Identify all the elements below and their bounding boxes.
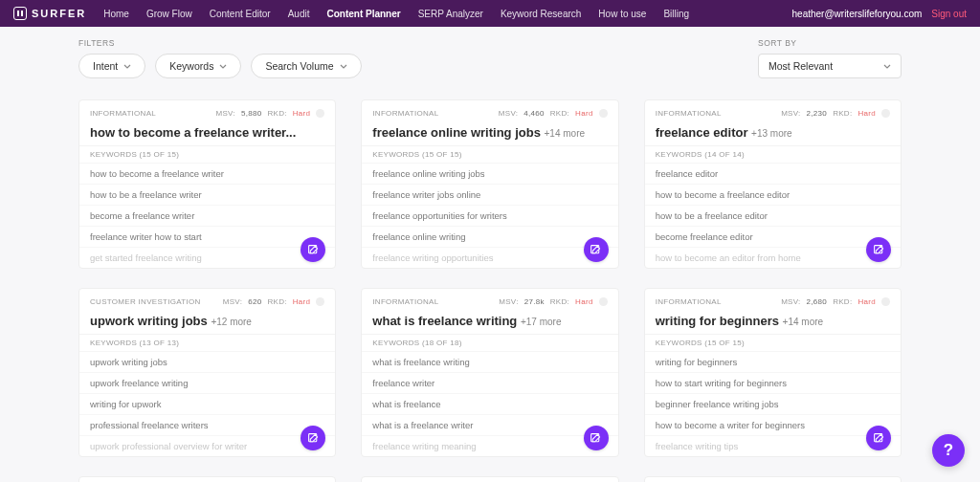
create-content-button[interactable] bbox=[584, 426, 609, 450]
nav-link-serp-analyzer[interactable]: SERP Analyzer bbox=[418, 9, 483, 19]
keyword-row[interactable]: become freelance editor bbox=[645, 226, 901, 247]
info-icon[interactable] bbox=[881, 109, 890, 118]
info-icon[interactable] bbox=[316, 297, 324, 306]
keyword-row[interactable]: what is freelance bbox=[362, 393, 617, 414]
keyword-row[interactable]: freelance writing meaning bbox=[362, 435, 617, 456]
cluster-card[interactable]: INFORMATIONALMSV: 27.8k RKD: Hard what i… bbox=[361, 288, 618, 457]
nav-link-content-editor[interactable]: Content Editor bbox=[210, 9, 271, 19]
help-button[interactable]: ? bbox=[932, 434, 965, 467]
sort-select[interactable]: Most Relevant bbox=[758, 54, 902, 78]
cluster-card[interactable]: INFORMATIONALMSV: 2,680 RKD: Hard writin… bbox=[644, 288, 902, 457]
keyword-row[interactable]: writing for upwork bbox=[79, 393, 335, 414]
keywords-header: KEYWORDS (15 OF 15) bbox=[645, 334, 901, 351]
keyword-row[interactable]: freelance writing tips bbox=[645, 435, 901, 456]
info-icon[interactable] bbox=[599, 297, 608, 306]
cluster-card[interactable]: CUSTOMER INVESTIGATIONMSV: 620 RKD: Hard… bbox=[78, 288, 336, 457]
user-email[interactable]: heather@writerslifeforyou.com bbox=[792, 9, 923, 19]
nav-link-how-to-use[interactable]: How to use bbox=[598, 9, 646, 19]
create-content-button[interactable] bbox=[866, 237, 891, 262]
sort-label: SORT BY bbox=[758, 38, 902, 48]
msv-label: MSV: bbox=[499, 297, 518, 306]
keyword-row[interactable]: upwork freelance writing bbox=[79, 372, 335, 393]
brand-logo-icon bbox=[13, 7, 27, 20]
chevron-down-icon bbox=[219, 64, 227, 69]
msv-value: 27.8k bbox=[524, 297, 545, 306]
card-head: INFORMATIONALMSV: 4,460 RKD: Hard bbox=[362, 100, 617, 118]
filter-search-volume[interactable]: Search Volume bbox=[251, 54, 361, 78]
msv-value: 620 bbox=[248, 297, 261, 306]
top-nav: SURFER HomeGrow FlowContent EditorAuditC… bbox=[0, 0, 980, 27]
keyword-row[interactable]: freelance writer jobs online bbox=[362, 184, 617, 205]
msv-label: MSV: bbox=[781, 109, 800, 118]
filters-row: FILTERS IntentKeywordsSearch Volume SORT… bbox=[78, 38, 902, 78]
page-content: FILTERS IntentKeywordsSearch Volume SORT… bbox=[78, 27, 902, 482]
keyword-row[interactable]: how to become an editor from home bbox=[645, 247, 901, 268]
keyword-row[interactable]: professional freelance writers bbox=[79, 414, 335, 435]
keyword-row[interactable]: how to become a freelance editor bbox=[645, 184, 901, 205]
keyword-row[interactable]: upwork writing jobs bbox=[79, 351, 335, 372]
keyword-row[interactable]: how to be a freelance editor bbox=[645, 205, 901, 226]
nav-right: heather@writerslifeforyou.com Sign out bbox=[792, 9, 967, 19]
keyword-row[interactable]: freelance writer how to start bbox=[79, 226, 335, 247]
info-icon[interactable] bbox=[599, 109, 608, 118]
rkd-label: RKD: bbox=[550, 297, 569, 306]
cluster-card[interactable]: CUSTOMER INVESTIGATIONMSV: 360 RKD: Hard… bbox=[78, 476, 336, 482]
msv-label: MSV: bbox=[223, 297, 242, 306]
create-content-button[interactable] bbox=[584, 237, 609, 262]
filter-keywords[interactable]: Keywords bbox=[155, 54, 241, 78]
nav-link-home[interactable]: Home bbox=[103, 9, 129, 19]
keyword-row[interactable]: become a freelance writer bbox=[79, 205, 335, 226]
card-metrics: MSV: 2,680 RKD: Hard bbox=[781, 297, 890, 306]
brand[interactable]: SURFER bbox=[13, 7, 86, 20]
card-metrics: MSV: 4,460 RKD: Hard bbox=[499, 109, 608, 118]
create-content-button[interactable] bbox=[866, 426, 891, 450]
chevron-down-icon bbox=[883, 64, 891, 69]
keyword-row[interactable]: writing for beginners bbox=[645, 351, 901, 372]
card-metrics: MSV: 27.8k RKD: Hard bbox=[499, 297, 607, 306]
keyword-row[interactable]: freelance online writing jobs bbox=[362, 163, 617, 184]
card-head: CUSTOMER INVESTIGATIONMSV: 360 RKD: Hard bbox=[79, 477, 335, 482]
sign-out-link[interactable]: Sign out bbox=[931, 9, 967, 19]
intent-badge: INFORMATIONAL bbox=[90, 109, 156, 118]
keyword-row[interactable]: freelance writer bbox=[362, 372, 617, 393]
keyword-row[interactable]: what is a freelance writer bbox=[362, 414, 617, 435]
keyword-row[interactable]: freelance online writing bbox=[362, 226, 617, 247]
keyword-row[interactable]: get started freelance writing bbox=[79, 247, 335, 268]
keywords-header: KEYWORDS (15 OF 15) bbox=[79, 145, 335, 163]
cluster-card[interactable]: INFORMATIONALMSV: 4,460 RKD: Hard freela… bbox=[361, 99, 618, 269]
keyword-row[interactable]: how to become a freelance writer bbox=[79, 163, 335, 184]
cluster-card[interactable]: INFORMATIONALMSV: 710 RKD: Hard online w… bbox=[644, 476, 902, 482]
card-title: freelance online writing jobs +14 more bbox=[362, 118, 617, 145]
keyword-row[interactable]: freelance opportunities for writers bbox=[362, 205, 617, 226]
chevron-down-icon bbox=[340, 64, 347, 69]
intent-badge: CUSTOMER INVESTIGATION bbox=[90, 297, 201, 306]
rkd-value: Hard bbox=[858, 297, 876, 306]
keyword-row[interactable]: freelance editor bbox=[645, 163, 901, 184]
keyword-row[interactable]: freelance writing opportunities bbox=[362, 247, 617, 268]
nav-link-grow-flow[interactable]: Grow Flow bbox=[146, 9, 192, 19]
filter-intent[interactable]: Intent bbox=[78, 54, 145, 78]
msv-value: 4,460 bbox=[523, 109, 545, 118]
keyword-row[interactable]: how to start writing for beginners bbox=[645, 372, 901, 393]
cluster-card[interactable]: INFORMATIONALMSV: 5,880 RKD: Hard how to… bbox=[78, 99, 336, 269]
cluster-card[interactable]: INFORMATIONALMSV: 52.5k RKD: Hard ghost … bbox=[361, 476, 618, 482]
filter-label: Search Volume bbox=[265, 60, 333, 72]
title-text: freelance editor bbox=[656, 125, 748, 140]
filter-label: Intent bbox=[93, 60, 118, 72]
keyword-row[interactable]: beginner freelance writing jobs bbox=[645, 393, 901, 414]
keyword-row[interactable]: how to be a freelance writer bbox=[79, 184, 335, 205]
keyword-row[interactable]: what is freelance writing bbox=[362, 351, 617, 372]
keyword-row[interactable]: how to become a writer for beginners bbox=[645, 414, 901, 435]
info-icon[interactable] bbox=[881, 297, 890, 306]
intent-badge: INFORMATIONAL bbox=[372, 109, 438, 118]
title-text: upwork writing jobs bbox=[90, 314, 208, 328]
info-icon[interactable] bbox=[316, 109, 324, 118]
nav-link-billing[interactable]: Billing bbox=[663, 9, 689, 19]
more-count: +14 more bbox=[783, 317, 824, 327]
nav-link-audit[interactable]: Audit bbox=[288, 9, 310, 19]
cluster-card[interactable]: INFORMATIONALMSV: 2,230 RKD: Hard freela… bbox=[644, 99, 902, 269]
nav-link-content-planner[interactable]: Content Planner bbox=[326, 9, 400, 19]
card-title: how to become a freelance writer... bbox=[79, 118, 335, 145]
nav-link-keyword-research[interactable]: Keyword Research bbox=[501, 9, 581, 19]
keyword-row[interactable]: upwork professional overview for writer bbox=[79, 435, 335, 456]
